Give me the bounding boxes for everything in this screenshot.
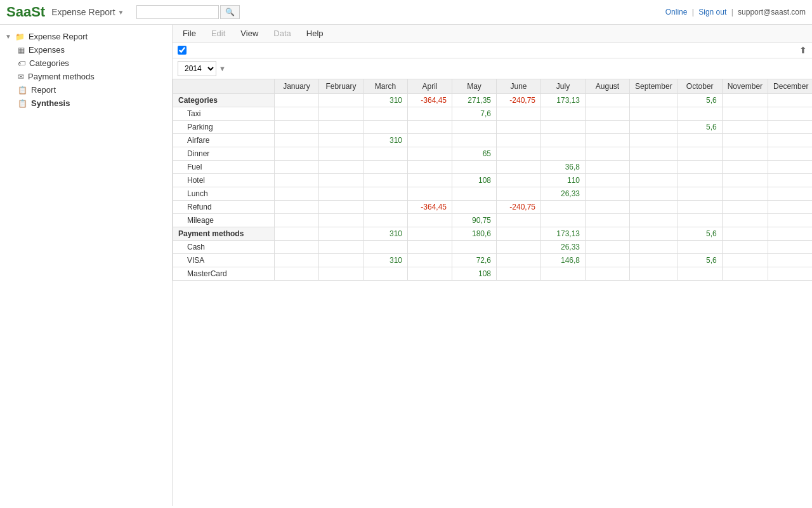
- app-title[interactable]: Expense Report ▼: [51, 7, 124, 17]
- data-cell: [768, 201, 812, 214]
- data-cell: [768, 147, 812, 161]
- section-total-cell: 180,6: [452, 227, 497, 241]
- data-cell: [408, 241, 452, 254]
- data-cell: [586, 187, 630, 201]
- data-cell: [586, 147, 630, 161]
- data-cell: [678, 267, 722, 281]
- data-cell: [497, 267, 541, 281]
- search-button[interactable]: 🔍: [220, 5, 240, 19]
- menu-view[interactable]: View: [233, 25, 266, 42]
- data-cell: [497, 174, 541, 187]
- data-cell: [275, 107, 319, 121]
- toolbar-left: [178, 46, 187, 55]
- header: SaaSt Expense Report ▼ 🔍 Online | Sign o…: [0, 0, 812, 25]
- sep1: |: [692, 8, 694, 17]
- row-label-cell: Cash: [173, 241, 275, 254]
- data-cell: [768, 214, 812, 227]
- col-header-march: March: [363, 79, 408, 94]
- grid-icon: ▦: [18, 46, 25, 55]
- data-cell: 108: [452, 174, 497, 187]
- sort-icon[interactable]: ⬆: [799, 45, 807, 55]
- data-cell: [452, 134, 497, 147]
- section-total-cell: [630, 227, 678, 241]
- data-cell: -240,75: [497, 201, 541, 214]
- sidebar-item-report[interactable]: 📋 Report: [0, 83, 172, 97]
- sidebar-label-synthesis: Synthesis: [31, 98, 70, 108]
- row-label-cell: Dinner: [173, 147, 275, 161]
- data-cell: [363, 187, 408, 201]
- col-header-september: September: [630, 79, 678, 94]
- data-cell: [586, 201, 630, 214]
- section-total-cell: -364,45: [408, 94, 452, 107]
- data-cell: [630, 201, 678, 214]
- row-label-cell: Fuel: [173, 161, 275, 174]
- table-row: Parking5,6: [173, 121, 813, 134]
- table-row: Lunch26,33: [173, 187, 813, 201]
- section-total-cell: 271,35: [452, 94, 497, 107]
- search-input[interactable]: [136, 5, 219, 19]
- data-cell: [363, 267, 408, 281]
- data-cell: [319, 107, 363, 121]
- table-row: VISA31072,6146,85,6: [173, 254, 813, 267]
- logo: SaaSt: [6, 4, 45, 20]
- section-total-cell: -240,75: [497, 94, 541, 107]
- data-cell: [452, 187, 497, 201]
- sidebar-item-synthesis[interactable]: 📋 Synthesis: [0, 97, 172, 110]
- data-cell: 146,8: [541, 254, 586, 267]
- data-cell: [363, 121, 408, 134]
- col-header-november: November: [722, 79, 768, 94]
- data-cell: [678, 241, 722, 254]
- sidebar-item-payment-methods[interactable]: ✉ Payment methods: [0, 70, 172, 83]
- data-cell: 26,33: [541, 187, 586, 201]
- data-cell: [630, 187, 678, 201]
- select-all-checkbox[interactable]: [178, 46, 187, 55]
- data-cell: [768, 161, 812, 174]
- data-cell: [408, 254, 452, 267]
- data-cell: 65: [452, 147, 497, 161]
- section-total-cell: [586, 227, 630, 241]
- signout-link[interactable]: Sign out: [698, 8, 726, 17]
- data-cell: 108: [452, 267, 497, 281]
- menu-help[interactable]: Help: [299, 25, 331, 42]
- sidebar-label-expenses: Expenses: [29, 45, 65, 55]
- menu-file[interactable]: File: [175, 25, 204, 42]
- table-row: Dinner65: [173, 147, 813, 161]
- section-total-cell: 173,13: [541, 227, 586, 241]
- data-cell: 5,6: [678, 121, 722, 134]
- data-cell: [275, 174, 319, 187]
- section-header-cell: Payment methods: [173, 227, 275, 241]
- section-total-cell: [319, 94, 363, 107]
- data-cell: [586, 241, 630, 254]
- data-cell: [497, 107, 541, 121]
- data-cell: [722, 174, 768, 187]
- data-cell: [408, 147, 452, 161]
- data-cell: [722, 241, 768, 254]
- section-total-cell: 5,6: [678, 227, 722, 241]
- data-cell: [408, 187, 452, 201]
- data-cell: 310: [363, 134, 408, 147]
- sidebar-item-expense-report[interactable]: ▼ 📁 Expense Report: [0, 30, 172, 43]
- data-cell: [722, 187, 768, 201]
- data-cell: [722, 147, 768, 161]
- data-cell: 310: [363, 254, 408, 267]
- data-cell: [363, 174, 408, 187]
- table-row: Refund-364,45-240,75: [173, 201, 813, 214]
- row-label-cell: Hotel: [173, 174, 275, 187]
- section-total-cell: [768, 94, 812, 107]
- data-cell: 26,33: [541, 241, 586, 254]
- sidebar-item-categories[interactable]: 🏷 Categories: [0, 57, 172, 70]
- year-select[interactable]: 2013 2014 2015: [178, 61, 216, 76]
- sidebar-item-expenses[interactable]: ▦ Expenses: [0, 43, 172, 57]
- data-cell: [630, 121, 678, 134]
- data-cell: [678, 161, 722, 174]
- data-cell: [408, 267, 452, 281]
- data-cell: [319, 187, 363, 201]
- table-row: Hotel108110: [173, 174, 813, 187]
- data-cell: [768, 187, 812, 201]
- data-cell: [363, 241, 408, 254]
- online-link[interactable]: Online: [665, 8, 688, 17]
- layout: ▼ 📁 Expense Report ▦ Expenses 🏷 Categori…: [0, 25, 812, 506]
- row-label-cell: Mileage: [173, 214, 275, 227]
- year-caret-icon: ▼: [219, 65, 226, 72]
- data-cell: [319, 214, 363, 227]
